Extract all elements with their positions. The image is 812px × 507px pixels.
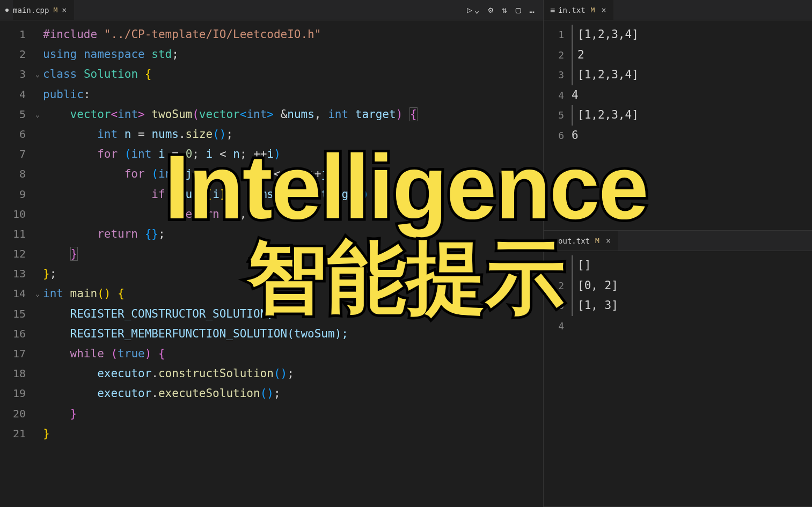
tab-modified-badge: M bbox=[591, 6, 595, 14]
line-num: 14 bbox=[0, 284, 26, 304]
code-line[interactable]: } bbox=[43, 404, 543, 424]
line-num: 12 bbox=[0, 244, 26, 264]
tab-bar-main: main.cpp M × ▷ ⌄ ⚙ ⇅ ▢ … bbox=[0, 0, 543, 20]
tab-modified-badge: M bbox=[53, 6, 57, 14]
close-icon[interactable]: × bbox=[605, 236, 612, 246]
fold-marker[interactable] bbox=[35, 45, 43, 64]
line-num: 19 bbox=[0, 384, 26, 403]
line-num: 5 bbox=[0, 105, 26, 124]
code-line[interactable]: int n = nums.size(); bbox=[43, 124, 543, 144]
line-num: 2 bbox=[0, 45, 26, 64]
editor-actions: ▷ ⌄ ⚙ ⇅ ▢ … bbox=[467, 5, 543, 15]
modified-dot-icon bbox=[5, 9, 9, 12]
fold-marker[interactable] bbox=[35, 244, 43, 264]
tab-out-txt[interactable]: ≡ out.txt M × bbox=[544, 231, 618, 251]
line-num: 10 bbox=[0, 204, 26, 224]
fold-marker[interactable] bbox=[35, 25, 43, 45]
code-line[interactable]: executor.executeSolution(); bbox=[43, 384, 543, 403]
code-line[interactable]: [1,2,3,4] bbox=[572, 65, 812, 85]
code-line[interactable]: using namespace std; bbox=[43, 45, 543, 64]
code-line[interactable]: } bbox=[43, 424, 543, 444]
code-line[interactable]: return {i, j}; bbox=[43, 204, 543, 224]
line-num: 6 bbox=[544, 126, 564, 146]
fold-marker[interactable] bbox=[35, 164, 43, 184]
fold-marker[interactable]: ⌄ bbox=[35, 64, 43, 84]
fold-marker[interactable] bbox=[35, 324, 43, 344]
code-line[interactable]: if (nums[i] + nums[j] == target) bbox=[43, 185, 543, 204]
code-line[interactable]: [] bbox=[572, 255, 812, 276]
line-num: 16 bbox=[0, 324, 26, 344]
code-line[interactable]: [1,2,3,4] bbox=[572, 25, 812, 45]
fold-marker[interactable] bbox=[35, 144, 43, 164]
compare-icon[interactable]: ⇅ bbox=[502, 5, 507, 15]
code-line[interactable]: } bbox=[43, 244, 543, 264]
line-gutter: 1 2 3 4 bbox=[544, 255, 572, 506]
code-body[interactable]: #include "../CP-template/IO/LeetcodeIO.h… bbox=[43, 25, 543, 507]
tab-label: main.cpp bbox=[13, 6, 49, 14]
code-line[interactable]: REGISTER_CONSTRUCTOR_SOLUTION; bbox=[43, 304, 543, 324]
code-line[interactable]: 4 bbox=[572, 85, 812, 106]
fold-marker[interactable] bbox=[35, 185, 43, 204]
code-line[interactable]: executor.constructSolution(); bbox=[43, 364, 543, 384]
line-num: 9 bbox=[0, 185, 26, 204]
code-line[interactable]: class Solution { bbox=[43, 64, 543, 84]
fold-gutter: ⌄ ⌄ ⌄ bbox=[35, 25, 43, 507]
split-icon[interactable]: ▢ bbox=[516, 5, 521, 15]
fold-marker[interactable] bbox=[35, 264, 43, 284]
code-line[interactable]: 6 bbox=[572, 126, 812, 146]
code-line[interactable]: while (true) { bbox=[43, 344, 543, 364]
code-editor[interactable]: 1 2 3 4 5 6 7 8 9 10 11 12 13 14 15 16 1… bbox=[0, 20, 543, 507]
code-line[interactable]: vector<int> twoSum(vector<int> &nums, in… bbox=[43, 105, 543, 124]
fold-marker[interactable] bbox=[35, 304, 43, 324]
file-icon: ≡ bbox=[550, 236, 555, 246]
editor-in-txt: ≡ in.txt M × 1 2 3 4 5 6 [1,2,3,4] 2 [1,… bbox=[544, 0, 812, 231]
code-line[interactable] bbox=[572, 316, 812, 336]
fold-marker[interactable] bbox=[35, 224, 43, 244]
fold-marker[interactable]: ⌄ bbox=[35, 105, 43, 124]
code-line[interactable]: int main() { bbox=[43, 284, 543, 304]
fold-marker[interactable] bbox=[35, 384, 43, 403]
line-num: 4 bbox=[0, 85, 26, 105]
code-line[interactable]: }; bbox=[43, 264, 543, 284]
code-line[interactable]: [1, 3] bbox=[572, 296, 812, 316]
run-icon[interactable]: ▷ bbox=[467, 5, 472, 15]
line-num: 7 bbox=[0, 144, 26, 164]
line-num: 11 bbox=[0, 224, 26, 244]
more-icon[interactable]: … bbox=[529, 5, 535, 15]
fold-marker[interactable] bbox=[35, 404, 43, 424]
tab-in-txt[interactable]: ≡ in.txt M × bbox=[544, 0, 613, 20]
run-dropdown-icon[interactable]: ⌄ bbox=[474, 5, 480, 15]
fold-marker[interactable] bbox=[35, 85, 43, 105]
code-line[interactable]: [0, 2] bbox=[572, 276, 812, 296]
gear-icon[interactable]: ⚙ bbox=[488, 5, 493, 15]
line-num: 4 bbox=[544, 85, 564, 106]
close-icon[interactable]: × bbox=[600, 5, 607, 15]
code-line[interactable]: return {}; bbox=[43, 224, 543, 244]
code-editor-in[interactable]: 1 2 3 4 5 6 [1,2,3,4] 2 [1,2,3,4] 4 [1,2… bbox=[544, 20, 812, 230]
line-gutter: 1 2 3 4 5 6 bbox=[544, 25, 572, 230]
line-num: 13 bbox=[0, 264, 26, 284]
tab-main-cpp[interactable]: main.cpp M × bbox=[13, 0, 74, 20]
line-num: 8 bbox=[0, 164, 26, 184]
code-line[interactable]: for (int j = i + 1; j < n; ++j) bbox=[43, 164, 543, 184]
file-icon: ≡ bbox=[550, 5, 555, 15]
code-line[interactable]: for (int i = 0; i < n; ++i) bbox=[43, 144, 543, 164]
fold-marker[interactable]: ⌄ bbox=[35, 284, 43, 304]
line-num: 21 bbox=[0, 424, 26, 444]
fold-marker[interactable] bbox=[35, 424, 43, 444]
code-editor-out[interactable]: 1 2 3 4 [] [0, 2] [1, 3] bbox=[544, 251, 812, 506]
code-line[interactable]: #include "../CP-template/IO/LeetcodeIO.h… bbox=[43, 25, 543, 45]
fold-marker[interactable] bbox=[35, 364, 43, 384]
line-num: 18 bbox=[0, 364, 26, 384]
fold-marker[interactable] bbox=[35, 124, 43, 144]
code-line[interactable]: 2 bbox=[572, 45, 812, 65]
code-line[interactable]: REGISTER_MEMBERFUNCTION_SOLUTION(twoSum)… bbox=[43, 324, 543, 344]
line-num: 5 bbox=[544, 105, 564, 126]
code-line[interactable]: public: bbox=[43, 85, 543, 105]
fold-marker[interactable] bbox=[35, 204, 43, 224]
code-body[interactable]: [] [0, 2] [1, 3] bbox=[572, 255, 812, 506]
code-body[interactable]: [1,2,3,4] 2 [1,2,3,4] 4 [1,2,3,4] 6 bbox=[572, 25, 812, 230]
code-line[interactable]: [1,2,3,4] bbox=[572, 105, 812, 126]
close-icon[interactable]: × bbox=[61, 5, 68, 15]
fold-marker[interactable] bbox=[35, 344, 43, 364]
